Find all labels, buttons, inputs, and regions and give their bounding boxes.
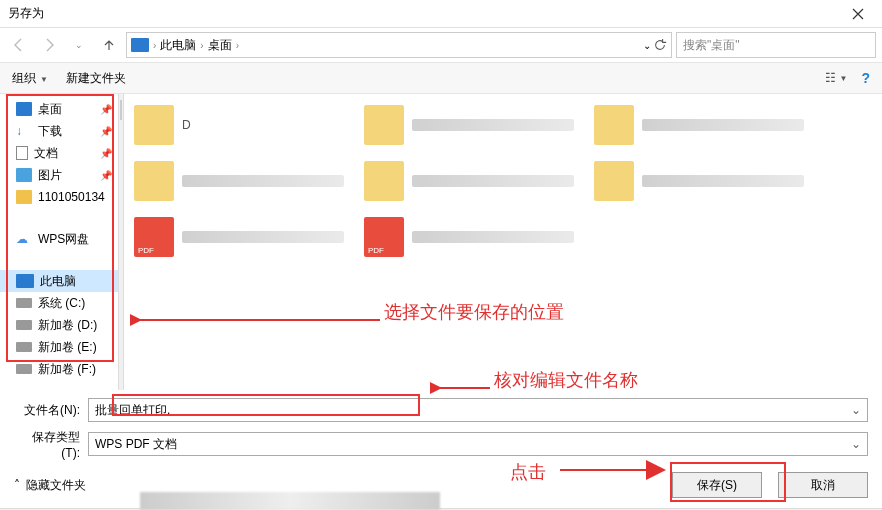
- folder-icon: [594, 105, 634, 145]
- pin-icon: 📌: [100, 148, 112, 159]
- title-bar: 另存为: [0, 0, 882, 28]
- search-input[interactable]: 搜索"桌面": [676, 32, 876, 58]
- nav-forward-button[interactable]: [36, 32, 62, 58]
- close-icon: [852, 8, 864, 20]
- pin-icon: 📌: [100, 104, 112, 115]
- help-button[interactable]: ?: [861, 70, 870, 86]
- refresh-icon[interactable]: [653, 38, 667, 52]
- pin-icon: 📌: [100, 126, 112, 137]
- arrow-right-icon: [41, 37, 57, 53]
- file-item[interactable]: [134, 158, 344, 204]
- breadcrumb-sep-icon: ›: [236, 40, 239, 51]
- nav-bar: ⌄ › 此电脑 › 桌面 › ⌄ 搜索"桌面": [0, 28, 882, 62]
- save-button[interactable]: 保存(S): [672, 472, 762, 498]
- redacted-area: [140, 492, 440, 510]
- file-item[interactable]: [364, 214, 574, 260]
- download-icon: ↓: [16, 124, 32, 138]
- folder-icon: [594, 161, 634, 201]
- pc-icon: [16, 274, 34, 288]
- arrow-up-icon: [101, 37, 117, 53]
- new-folder-button[interactable]: 新建文件夹: [66, 70, 126, 87]
- sidebar-item-pictures[interactable]: 图片📌: [0, 164, 118, 186]
- breadcrumb[interactable]: › 此电脑 › 桌面 › ⌄: [126, 32, 672, 58]
- sidebar-item-this-pc[interactable]: 此电脑: [0, 270, 118, 292]
- drive-icon: [16, 342, 32, 352]
- desktop-icon: [16, 102, 32, 116]
- pdf-icon: [364, 217, 404, 257]
- caret-down-icon: ▼: [40, 75, 48, 84]
- drive-icon: [16, 364, 32, 374]
- chevron-down-icon: ⌄: [643, 40, 651, 51]
- folder-icon: [134, 105, 174, 145]
- pdf-icon: [134, 217, 174, 257]
- chevron-down-icon: ⌄: [75, 40, 83, 50]
- sidebar-item-wps-cloud[interactable]: ☁WPS网盘: [0, 228, 118, 250]
- breadcrumb-segment[interactable]: 桌面: [208, 37, 232, 54]
- view-options-button[interactable]: ☷▼: [825, 71, 848, 85]
- window-title: 另存为: [8, 5, 44, 22]
- sidebar-item-documents[interactable]: 文档📌: [0, 142, 118, 164]
- file-item[interactable]: [364, 102, 574, 148]
- arrow-left-icon: [11, 37, 27, 53]
- file-item[interactable]: [364, 158, 574, 204]
- document-icon: [16, 146, 28, 160]
- cancel-button[interactable]: 取消: [778, 472, 868, 498]
- sidebar-item-downloads[interactable]: ↓下载📌: [0, 120, 118, 142]
- organize-menu[interactable]: 组织▼: [12, 70, 48, 87]
- file-item[interactable]: [594, 158, 804, 204]
- picture-icon: [16, 168, 32, 182]
- nav-recent-button[interactable]: ⌄: [66, 32, 92, 58]
- pc-icon: [131, 38, 149, 52]
- save-form: 文件名(N): 批量回单打印, 保存类型(T): WPS PDF 文档 ˄ 隐藏…: [0, 390, 882, 508]
- hide-folders-toggle[interactable]: ˄ 隐藏文件夹: [14, 477, 86, 494]
- filename-input[interactable]: 批量回单打印,: [88, 398, 868, 422]
- folder-icon: [364, 105, 404, 145]
- folder-icon: [364, 161, 404, 201]
- sidebar-item-drive-c[interactable]: 系统 (C:): [0, 292, 118, 314]
- pin-icon: 📌: [100, 170, 112, 181]
- breadcrumb-sep-icon: ›: [200, 40, 203, 51]
- breadcrumb-sep-icon: ›: [153, 40, 156, 51]
- sidebar: 桌面📌 ↓下载📌 文档📌 图片📌 1101050134 ☁WPS网盘 此电脑 系…: [0, 94, 118, 390]
- drive-icon: [16, 298, 32, 308]
- filename-label: 文件名(N):: [14, 402, 88, 419]
- folder-icon: [134, 161, 174, 201]
- filetype-label: 保存类型(T):: [14, 429, 88, 460]
- toolbar: 组织▼ 新建文件夹 ☷▼ ?: [0, 62, 882, 94]
- file-item[interactable]: [134, 214, 344, 260]
- drive-icon: [16, 320, 32, 330]
- breadcrumb-dropdown[interactable]: ⌄: [643, 38, 667, 52]
- close-button[interactable]: [838, 2, 878, 26]
- dialog-body: 桌面📌 ↓下载📌 文档📌 图片📌 1101050134 ☁WPS网盘 此电脑 系…: [0, 94, 882, 390]
- file-item[interactable]: [594, 102, 804, 148]
- sidebar-item-drive-e[interactable]: 新加卷 (E:): [0, 336, 118, 358]
- sidebar-item-folder[interactable]: 1101050134: [0, 186, 118, 208]
- nav-back-button[interactable]: [6, 32, 32, 58]
- sidebar-item-drive-f[interactable]: 新加卷 (F:): [0, 358, 118, 380]
- file-list[interactable]: D: [124, 94, 882, 390]
- cloud-icon: ☁: [16, 232, 32, 246]
- search-placeholder: 搜索"桌面": [683, 37, 740, 54]
- chevron-up-icon: ˄: [14, 478, 20, 492]
- file-item[interactable]: D: [134, 102, 344, 148]
- filetype-select[interactable]: WPS PDF 文档: [88, 432, 868, 456]
- breadcrumb-segment[interactable]: 此电脑: [160, 37, 196, 54]
- folder-icon: [16, 190, 32, 204]
- sidebar-item-drive-d[interactable]: 新加卷 (D:): [0, 314, 118, 336]
- nav-tree: 桌面📌 ↓下载📌 文档📌 图片📌 1101050134 ☁WPS网盘 此电脑 系…: [0, 94, 118, 390]
- nav-up-button[interactable]: [96, 32, 122, 58]
- caret-down-icon: ▼: [840, 74, 848, 83]
- sidebar-item-desktop[interactable]: 桌面📌: [0, 98, 118, 120]
